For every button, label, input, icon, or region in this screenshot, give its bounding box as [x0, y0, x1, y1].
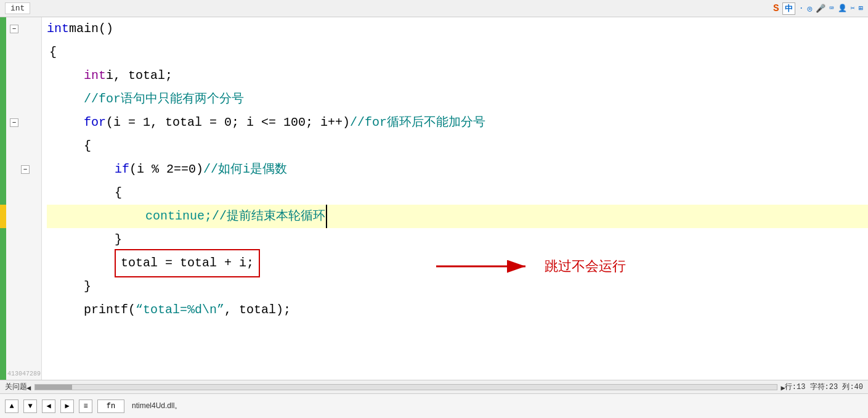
brace-for-close: }	[84, 275, 91, 298]
top-bar: int S 中 · ◎ 🎤 ⌨ 👤 ✂ ⊞	[0, 0, 868, 17]
code-line-8: {	[47, 181, 868, 205]
cursor	[326, 205, 335, 228]
annotation-text: 跳过不会运行	[545, 255, 626, 278]
kw-for: for	[84, 111, 106, 134]
fold-btn-1[interactable]: −	[10, 25, 18, 33]
btn-right2[interactable]: ▶	[60, 400, 74, 413]
code-line-9: continue; //提前结束本轮循环	[47, 205, 868, 228]
code-line-5: for (i = 1, total = 0; i <= 100; i++) //…	[47, 111, 868, 134]
text-if-cond: (i % 2==0)	[129, 158, 203, 181]
brace-for-open: {	[84, 134, 91, 158]
kw-int-1: int	[47, 17, 69, 41]
top-bar-right: S 中 · ◎ 🎤 ⌨ 👤 ✂ ⊞	[773, 2, 863, 15]
row-col-info: 行:13 字符:23 列:40	[785, 383, 863, 391]
ime-chinese[interactable]: 中	[782, 2, 795, 15]
status-left: 关问题	[5, 382, 27, 392]
ime-circle[interactable]: ◎	[807, 4, 812, 14]
top-bar-left: int	[5, 2, 30, 14]
kw-if: if	[115, 158, 129, 181]
ime-mic[interactable]: 🎤	[816, 4, 825, 14]
arrow-annotation: 跳过不会运行	[436, 254, 626, 279]
code-line-3: int i, total;	[47, 64, 868, 88]
btn-align[interactable]: ≡	[79, 400, 92, 413]
comment-for-no-semi: //for循环后不能加分号	[350, 111, 485, 134]
yellow-marker	[0, 205, 6, 228]
text-main: main()	[69, 17, 113, 41]
ime-keyboard[interactable]: ⌨	[829, 4, 834, 13]
text-printf: printf(	[84, 298, 136, 322]
btn-down[interactable]: ▼	[23, 400, 37, 413]
fold-btn-7[interactable]: −	[21, 165, 30, 174]
status-bar: 关问题 ◀ ▶ 行:13 字符:23 列:40	[0, 380, 868, 393]
ime-user[interactable]: 👤	[838, 4, 847, 13]
text-total: total = total + i;	[115, 249, 260, 277]
code-line-4: //for语句中只能有两个分号	[47, 88, 868, 111]
text-printf-str: “total=%d\n”	[136, 298, 224, 322]
status-right: 行:13 字符:23 列:40	[785, 382, 863, 392]
arrow-icon	[436, 254, 535, 279]
code-area[interactable]: int main() { int i, total; //for语句中只能有两个…	[42, 17, 868, 380]
code-line-10: }	[47, 228, 868, 252]
ime-grid[interactable]: ⊞	[859, 4, 863, 13]
code-line-6: {	[47, 134, 868, 158]
code-line-2: {	[47, 41, 868, 64]
bottom-dll-text: ntimel4Ud.dll。	[132, 401, 182, 411]
ime-scissors[interactable]: ✂	[851, 4, 855, 13]
sogou-logo: S	[773, 3, 779, 14]
comment-for: //for语句中只能有两个分号	[84, 88, 244, 111]
brace-if-close: }	[115, 228, 122, 252]
btn-up[interactable]: ▲	[5, 400, 18, 413]
brace-open-main: {	[47, 41, 57, 64]
code-line-13: printf( “total=%d\n” , total);	[47, 298, 868, 322]
comment-continue: //提前结束本轮循环	[212, 205, 325, 228]
fold-btn-5[interactable]: −	[10, 118, 18, 127]
bottom-panel: ▲ ▼ ◀ ▶ ≡ fn ntimel4Ud.dll。	[0, 393, 868, 418]
gutter: − − − 413047289	[6, 17, 42, 380]
text-for-body: (i = 1, total = 0; i <= 100; i++)	[106, 111, 350, 134]
btn-left2[interactable]: ◀	[42, 400, 55, 413]
tab-int[interactable]: int	[5, 2, 30, 14]
ime-dot[interactable]: ·	[799, 4, 804, 13]
scrollbar-thumb[interactable]	[35, 385, 72, 390]
status-scrollbar[interactable]: ◀ ▶	[34, 384, 777, 390]
text-printf-args: , total);	[224, 298, 291, 322]
scroll-left-icon[interactable]: ◀	[26, 383, 31, 393]
kw-continue: continue;	[145, 205, 212, 228]
line-number-bottom: 413047289	[7, 371, 41, 377]
scroll-right-icon[interactable]: ▶	[781, 383, 785, 393]
kw-int-2: int	[84, 64, 106, 88]
green-bar	[0, 17, 6, 380]
code-line-7: if (i % 2==0) //如何i是偶数	[47, 158, 868, 181]
code-line-1: int main()	[47, 17, 868, 41]
btn-func[interactable]: fn	[97, 400, 124, 413]
comment-even: //如何i是偶数	[203, 158, 287, 181]
brace-if-open: {	[115, 181, 122, 205]
text-vars: i, total;	[106, 64, 172, 88]
status-issues[interactable]: 关问题	[5, 383, 27, 391]
